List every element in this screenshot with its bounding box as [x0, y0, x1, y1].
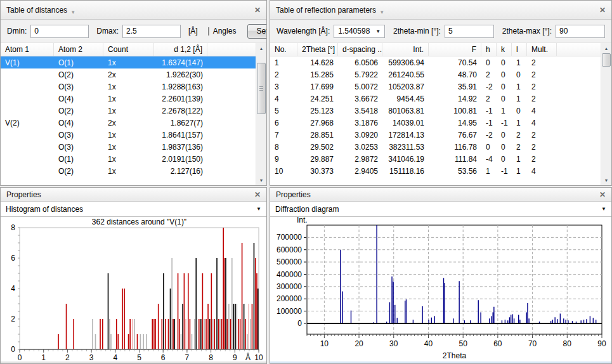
table-row[interactable]: O(3)1x1.9288(163): [1, 81, 256, 93]
settings-button[interactable]: Settings...: [247, 24, 267, 39]
column-header[interactable]: No.: [270, 43, 297, 56]
dmax-input[interactable]: [122, 25, 181, 38]
table-cell: -2: [481, 82, 497, 91]
reflections-scrollbar[interactable]: ▲ ▼: [601, 43, 611, 185]
svg-text:100000: 100000: [277, 307, 302, 316]
distances-scrollbar[interactable]: ▲ ▼: [256, 43, 266, 185]
column-header[interactable]: Atom 2: [54, 43, 103, 56]
column-header[interactable]: d 1,2 [Å]: [154, 43, 207, 56]
svg-text:5: 5: [137, 353, 141, 362]
table-row[interactable]: 929.8872.9872341046.19111.84-4012: [270, 153, 601, 165]
table-row[interactable]: 627.9683.187614039.0114.95-1-114: [270, 117, 601, 129]
table-cell: 100.81: [429, 107, 481, 115]
column-header[interactable]: Count: [103, 43, 154, 56]
table-row[interactable]: O(2)1x2.2678(122): [1, 105, 256, 117]
scroll-up-icon[interactable]: ▲: [256, 43, 266, 53]
scroll-track[interactable]: [601, 53, 611, 175]
svg-text:400000: 400000: [277, 270, 302, 279]
column-header[interactable]: k: [497, 43, 512, 56]
table-cell: 1: [512, 167, 527, 176]
theta-max-label: 2theta-max [°]:: [502, 27, 552, 36]
close-icon[interactable]: ✕: [599, 6, 606, 15]
diffraction-view-select[interactable]: Diffraction diagram ▼: [270, 202, 611, 217]
table-row[interactable]: 317.6995.0072105203.8735.91-2012: [270, 81, 601, 93]
table-cell: O(3): [54, 143, 103, 152]
chevron-down-icon[interactable]: ▾: [381, 9, 384, 15]
table-cell: 1: [512, 94, 527, 103]
table-row[interactable]: 114.6286.0506599306.9470.540012: [270, 56, 601, 68]
table-header-row: Atom 1Atom 2Countd 1,2 [Å]: [1, 43, 256, 56]
theta-min-label: 2theta-min [°]:: [393, 27, 441, 36]
scroll-down-icon[interactable]: ▼: [256, 175, 266, 185]
svg-text:0: 0: [18, 353, 22, 362]
table-row[interactable]: 525.1233.5418801063.81100.81-1104: [270, 105, 601, 117]
table-row[interactable]: O(4)1x2.2601(139): [1, 93, 256, 105]
table-cell: 9: [270, 155, 297, 164]
column-header[interactable]: d-spacing ...: [338, 43, 382, 56]
chevron-down-icon[interactable]: ▾: [72, 9, 75, 15]
table-cell: 14.628: [297, 58, 338, 67]
reflections-panel-header: Table of reflection parameters ▾ ✕: [270, 1, 611, 20]
table-cell: 15.285: [297, 70, 338, 79]
table-cell: 5: [270, 107, 297, 115]
table-cell: 2: [270, 70, 297, 79]
svg-text:10: 10: [254, 353, 263, 362]
table-cell: 116.78: [429, 143, 481, 152]
close-icon[interactable]: ✕: [254, 6, 261, 15]
theta-max-input[interactable]: [556, 25, 605, 38]
table-cell: 2: [512, 131, 527, 140]
table-cell: 14039.01: [382, 119, 429, 127]
svg-text:Å: Å: [245, 353, 251, 362]
table-cell: 2: [527, 82, 557, 91]
column-header[interactable]: Mult.: [527, 43, 557, 56]
table-row[interactable]: O(2)2x1.9262(30): [1, 68, 256, 81]
table-row[interactable]: 728.8513.0920172814.1376.67-2022: [270, 129, 601, 141]
scroll-thumb[interactable]: [602, 53, 611, 67]
table-row[interactable]: O(2)1x2.127(16): [1, 165, 256, 177]
column-header[interactable]: Atom 1: [1, 43, 54, 56]
svg-text:60: 60: [493, 339, 502, 348]
reflections-table-container: No.2Theta [°]d-spacing ...Int.FhklMult.1…: [270, 42, 611, 185]
column-header[interactable]: h: [481, 43, 497, 56]
panel-title: Properties: [276, 190, 311, 199]
svg-text:362 distances around "V(1)": 362 distances around "V(1)": [92, 218, 186, 226]
wavelength-select[interactable]: 1.540598 ▼: [334, 25, 385, 38]
dmin-input[interactable]: [30, 25, 89, 38]
histogram-chart: 362 distances around "V(1)"0246801234567…: [1, 217, 266, 363]
table-cell: 28.851: [297, 131, 338, 140]
column-header[interactable]: Int.: [382, 43, 429, 56]
table-row[interactable]: V(2)O(4)2x1.8627(7): [1, 117, 256, 129]
svg-text:4: 4: [11, 284, 15, 293]
scroll-down-icon[interactable]: ▼: [601, 175, 611, 185]
table-row[interactable]: O(1)1x2.0191(150): [1, 153, 256, 165]
angles-checkbox[interactable]: [208, 27, 209, 36]
table-cell: 382311.53: [382, 143, 429, 152]
table-cell: 1: [512, 155, 527, 164]
table-row[interactable]: 829.5023.0253382311.53116.780022: [270, 141, 601, 153]
scroll-up-icon[interactable]: ▲: [601, 43, 611, 53]
svg-text:3: 3: [89, 353, 94, 362]
column-header[interactable]: F: [429, 43, 481, 56]
theta-min-input[interactable]: [445, 25, 494, 38]
table-row[interactable]: 1030.3732.9405151118.1653.561-114: [270, 165, 601, 177]
table-row[interactable]: O(3)1x1.9837(136): [1, 141, 256, 153]
distances-panel-header: Table of distances ▾ ✕: [1, 1, 266, 20]
svg-text:90: 90: [597, 339, 606, 348]
scroll-track[interactable]: [256, 53, 266, 175]
table-row[interactable]: 424.2513.66729454.4514.922012: [270, 93, 601, 105]
scroll-thumb[interactable]: [257, 63, 266, 114]
panel-bottom-edge: [1, 361, 266, 363]
histogram-view-select[interactable]: Histogram of distances ▼: [1, 202, 266, 217]
close-icon[interactable]: ✕: [254, 190, 261, 199]
panel-properties-histogram: Properties ✕ Histogram of distances ▼ 36…: [0, 187, 267, 364]
table-row[interactable]: 215.2855.7922261240.5548.702002: [270, 68, 601, 81]
table-row[interactable]: O(3)1x1.8641(157): [1, 129, 256, 141]
table-cell: 30.373: [297, 167, 338, 176]
table-cell: 2: [527, 94, 557, 103]
svg-text:0: 0: [11, 345, 15, 354]
table-row[interactable]: V(1)O(1)1x1.6374(147): [1, 56, 256, 68]
column-header[interactable]: l: [512, 43, 527, 56]
close-icon[interactable]: ✕: [599, 190, 606, 199]
svg-text:8: 8: [209, 353, 213, 362]
column-header[interactable]: 2Theta [°]: [297, 43, 338, 56]
